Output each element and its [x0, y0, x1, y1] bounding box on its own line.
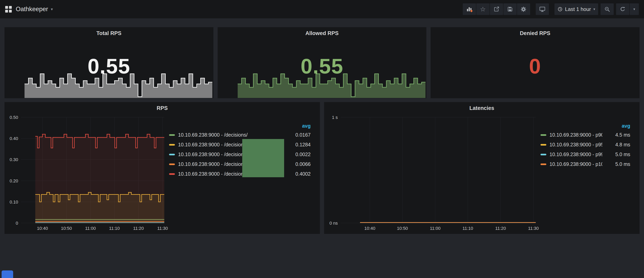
svg-text:0.30: 0.30 — [10, 157, 18, 162]
grafana-dashboard: Oathkeeper ▾ ☆ — [0, 0, 644, 234]
legend-avg-value: 0.0066 — [283, 161, 311, 167]
svg-text:10:40: 10:40 — [364, 226, 375, 231]
graphs-row: RPS 00.100.200.300.400.5010:4010:5011:00… — [4, 102, 640, 234]
dashboard-grid-icon[interactable] — [5, 6, 12, 12]
legend-series-name[interactable]: 10.10.69.238:9000 - /decisions/ — [178, 142, 248, 148]
svg-text:10:50: 10:50 — [61, 226, 72, 231]
time-range-picker[interactable]: Last 1 hour ▾ — [554, 3, 598, 15]
help-button[interactable] — [2, 271, 13, 278]
legend-row[interactable]: 10.10.69.238:9000 - /decisions/0.0022 — [169, 150, 311, 159]
legend-avg-value: 0.4002 — [283, 171, 311, 177]
grid-square — [5, 10, 8, 12]
svg-text:11:20: 11:20 — [495, 226, 506, 231]
legend-row[interactable]: 10.10.69.238:9000 - /decisions/0.4002 — [169, 169, 311, 179]
add-panel-icon — [466, 6, 472, 12]
stat-value-total: 0.55 — [4, 55, 213, 77]
legend-avg-value: 0.0022 — [283, 152, 311, 157]
refresh-icon — [620, 6, 626, 12]
monitor-icon — [539, 6, 546, 12]
refresh-split-button: ▾ — [616, 3, 639, 15]
panel-title[interactable]: RPS — [4, 102, 320, 114]
clock-icon — [558, 6, 563, 12]
svg-text:0.20: 0.20 — [10, 178, 18, 183]
grid-square — [5, 6, 8, 9]
legend-row[interactable]: 10.10.69.238:9000 - /decisions/0.0066 — [169, 159, 311, 169]
star-icon: ☆ — [480, 6, 486, 12]
svg-text:0 ns: 0 ns — [330, 221, 338, 226]
legend-series-name[interactable]: 10.10.69.238:9000 - /decisions/ — [178, 171, 248, 177]
cycle-view-button[interactable] — [536, 3, 549, 15]
legend-row[interactable]: 10.10.69.238:9000 - p954.8 ms — [540, 140, 630, 150]
legend-row[interactable]: 10.10.69.238:9000 - p1005.0 ms — [540, 159, 630, 169]
render-artifact-overlay — [242, 139, 284, 177]
svg-text:0.10: 0.10 — [10, 200, 18, 205]
refresh-interval-dropdown[interactable]: ▾ — [630, 3, 639, 15]
chevron-down-icon: ▾ — [593, 7, 595, 11]
svg-text:11:10: 11:10 — [109, 226, 120, 231]
legend-row[interactable]: 10.10.69.238:9000 - p995.0 ms — [540, 150, 630, 159]
legend-swatch-icon — [540, 164, 546, 165]
legend-row[interactable]: 10.10.69.238:9000 - /decisions/0.1284 — [169, 140, 311, 150]
panel-title[interactable]: Denied RPS — [431, 27, 640, 39]
panel-title[interactable]: Allowed RPS — [218, 27, 426, 39]
latencies-graph-body: 0 ns1 s10:4010:5011:0011:1011:2011:30 av… — [324, 114, 640, 233]
grid-square — [9, 10, 12, 12]
time-controls-group: Last 1 hour ▾ — [554, 3, 639, 15]
stat-value-allowed: 0.55 — [218, 55, 426, 77]
legend-series-name[interactable]: 10.10.69.238:9000 - p100 — [550, 161, 602, 167]
share-button[interactable] — [490, 3, 503, 15]
legend-row[interactable]: 10.10.69.238:9000 - p904.5 ms — [540, 130, 630, 140]
svg-text:0.50: 0.50 — [10, 115, 18, 120]
dashboard-grid: Total RPS 0.55 Allowed RPS 0.55 Denied R… — [0, 18, 644, 234]
legend-swatch-icon — [169, 173, 175, 175]
panel-title[interactable]: Latencies — [324, 102, 640, 114]
svg-text:11:00: 11:00 — [430, 226, 440, 231]
legend-swatch-icon — [169, 164, 175, 165]
add-panel-button[interactable] — [463, 3, 476, 15]
zoom-out-button[interactable] — [600, 3, 614, 15]
svg-text:11:10: 11:10 — [462, 226, 473, 231]
save-icon — [507, 6, 513, 12]
grid-square — [9, 6, 12, 9]
legend-series-name[interactable]: 10.10.69.238:9000 - p90 — [550, 132, 602, 138]
svg-text:11:00: 11:00 — [85, 226, 96, 231]
navbar-right: ☆ — [463, 3, 639, 15]
stats-row: Total RPS 0.55 Allowed RPS 0.55 Denied R… — [4, 27, 640, 98]
panel-total-rps: Total RPS 0.55 — [4, 27, 214, 98]
star-button[interactable]: ☆ — [476, 3, 490, 15]
time-range-label: Last 1 hour — [565, 6, 591, 12]
legend-series-name[interactable]: 10.10.69.238:9000 - /decisions/ — [178, 152, 248, 157]
svg-text:0.40: 0.40 — [10, 136, 18, 141]
refresh-button[interactable] — [616, 3, 629, 15]
legend-series-name[interactable]: 10.10.69.238:9000 - /decisions/ — [178, 132, 248, 138]
legend-series-name[interactable]: 10.10.69.238:9000 - p99 — [550, 152, 602, 157]
legend-avg-value: 0.0167 — [283, 132, 311, 138]
legend-row[interactable]: 10.10.69.238:9000 - /decisions/0.0167 — [169, 130, 311, 140]
dashboard-title-dropdown[interactable]: Oathkeeper ▾ — [16, 5, 53, 13]
latencies-plot-area[interactable]: 0 ns1 s10:4010:5011:0011:1011:2011:30 — [325, 114, 538, 233]
legend-swatch-icon — [540, 144, 546, 146]
legend-avg-header: avg — [169, 122, 311, 130]
rps-chart: 00.100.200.300.400.5010:4010:5011:0011:1… — [6, 114, 167, 233]
panel-rps-graph: RPS 00.100.200.300.400.5010:4010:5011:00… — [4, 102, 320, 234]
legend-avg-value: 5.0 ms — [602, 152, 630, 157]
settings-button[interactable] — [517, 3, 530, 15]
legend-swatch-icon — [540, 134, 546, 136]
legend-swatch-icon — [540, 154, 546, 155]
panel-latencies-graph: Latencies 0 ns1 s10:4010:5011:0011:1011:… — [324, 102, 640, 234]
panel-denied-rps: Denied RPS 0 — [430, 27, 640, 98]
rps-plot-area[interactable]: 00.100.200.300.400.5010:4010:5011:0011:1… — [6, 114, 167, 233]
save-button[interactable] — [504, 3, 516, 15]
latencies-chart: 0 ns1 s10:4010:5011:0011:1011:2011:30 — [325, 114, 538, 233]
legend-avg-value: 0.1284 — [283, 142, 311, 148]
share-icon — [494, 6, 500, 12]
panel-title[interactable]: Total RPS — [4, 27, 213, 39]
svg-text:11:30: 11:30 — [157, 226, 168, 231]
zoom-out-icon — [604, 6, 610, 12]
legend-series-name[interactable]: 10.10.69.238:9000 - p95 — [550, 142, 602, 148]
legend-avg-value: 4.5 ms — [602, 132, 630, 138]
svg-text:10:40: 10:40 — [37, 226, 48, 231]
legend-series-name[interactable]: 10.10.69.238:9000 - /decisions/ — [178, 161, 248, 167]
navbar: Oathkeeper ▾ ☆ — [0, 0, 644, 18]
legend-swatch-icon — [169, 134, 175, 136]
